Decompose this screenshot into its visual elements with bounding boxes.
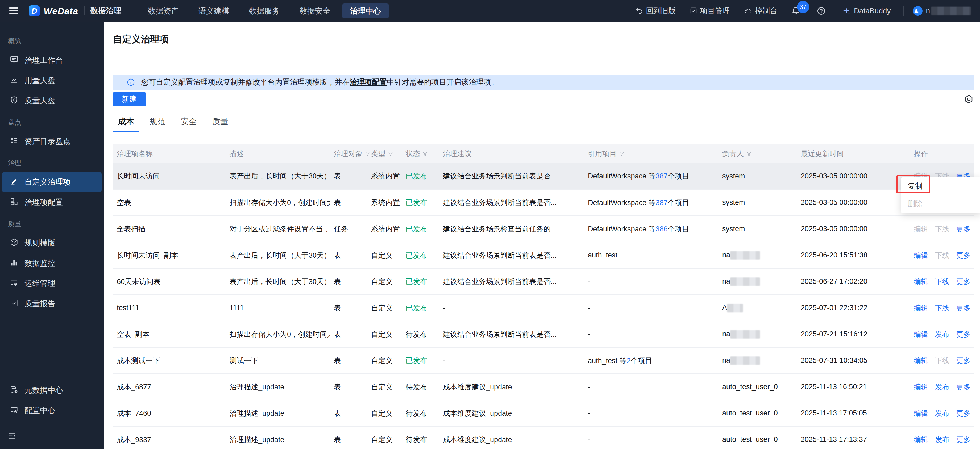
cell-updated: 2025-11-13 17:05:05: [797, 400, 910, 427]
notifications-button[interactable]: 37: [791, 6, 803, 16]
nav-item-2[interactable]: 数据服务: [241, 3, 288, 18]
action-发布[interactable]: 发布: [935, 330, 950, 338]
nav-item-4[interactable]: 治理中心: [342, 3, 389, 18]
action-编辑[interactable]: 编辑: [914, 383, 928, 391]
sidebar-item-元数据中心[interactable]: 元数据中心: [2, 381, 102, 401]
databuddy-button[interactable]: DataBuddy: [842, 6, 891, 16]
sidebar-item-资产目录盘点[interactable]: 资产目录盘点: [2, 131, 102, 151]
hamburger-menu-icon[interactable]: [9, 8, 18, 14]
tab-成本[interactable]: 成本: [113, 113, 139, 132]
cell-type: 自定义: [367, 295, 402, 321]
page-title: 自定义治理项: [113, 33, 974, 46]
new-button[interactable]: 新建: [113, 92, 146, 106]
main-content: 自定义治理项 您可自定义配置治理项或复制并修改平台内置治理项模版，并在治理项配置…: [104, 22, 980, 449]
filter-icon[interactable]: [420, 150, 428, 158]
sidebar-collapse-button[interactable]: [8, 431, 104, 441]
sparkle-icon: [842, 6, 851, 16]
action-编辑[interactable]: 编辑: [914, 278, 928, 286]
cell-status: 待发布: [402, 427, 439, 449]
cell-type: 自定义: [367, 321, 402, 347]
sidebar-item-自定义治理项[interactable]: 自定义治理项: [2, 172, 102, 192]
quality-shield-icon: [10, 96, 24, 107]
nav-item-0[interactable]: 数据资产: [140, 3, 187, 18]
sidebar-item-规则模版[interactable]: 规则模版: [2, 233, 102, 253]
cell-actions: 编辑下线更多: [910, 242, 974, 268]
sidebar-item-质量大盘[interactable]: 质量大盘: [2, 91, 102, 111]
catalog-list-icon: [10, 136, 24, 147]
ref-project-count[interactable]: 387: [656, 199, 668, 207]
cell-type: 自定义: [367, 427, 402, 449]
cell-ref-projects: -: [584, 374, 718, 400]
sidebar-sections: 概览治理工作台用量大盘质量大盘盘点资产目录盘点治理自定义治理项治理项配置质量规则…: [0, 30, 104, 314]
cell-name: 空表: [113, 189, 226, 216]
product-name: 数据治理: [91, 6, 121, 16]
action-更多[interactable]: 更多: [956, 357, 971, 365]
table-settings-button[interactable]: [964, 94, 974, 105]
console-button[interactable]: 控制台: [744, 6, 777, 16]
cell-ref-projects: auth_test: [584, 242, 718, 268]
cell-updated: 2025-07-31 10:34:05: [797, 347, 910, 374]
cell-advice: 建议结合业务场景判断当前表是否...: [439, 163, 584, 189]
action-更多[interactable]: 更多: [956, 278, 971, 286]
action-发布[interactable]: 发布: [935, 409, 950, 417]
action-发布[interactable]: 发布: [935, 436, 950, 444]
sidebar-item-治理项配置[interactable]: 治理项配置: [2, 192, 102, 213]
cell-actions: 编辑发布更多: [910, 321, 974, 347]
menu-item-copy[interactable]: 复制: [901, 177, 980, 195]
sidebar-item-治理工作台[interactable]: 治理工作台: [2, 50, 102, 70]
workbench-icon: [10, 55, 24, 66]
table-row-7: 成本测试一下测试一下表自定义已发布-auth_test 等2个项目na2025-…: [113, 347, 974, 374]
filter-icon[interactable]: [617, 150, 625, 158]
action-编辑[interactable]: 编辑: [914, 436, 928, 444]
action-更多[interactable]: 更多: [956, 409, 971, 417]
filter-icon[interactable]: [744, 150, 752, 158]
action-编辑[interactable]: 编辑: [914, 304, 928, 312]
sidebar-item-质量报告[interactable]: 质量报告: [2, 294, 102, 314]
action-更多[interactable]: 更多: [956, 436, 971, 444]
banner-config-link[interactable]: 治理项配置: [350, 77, 387, 87]
filter-icon[interactable]: [363, 150, 371, 158]
nav-item-3[interactable]: 数据安全: [291, 3, 338, 18]
column-header-4: 状态: [402, 144, 439, 163]
action-下线[interactable]: 下线: [935, 278, 950, 286]
sidebar-item-运维管理[interactable]: 运维管理: [2, 274, 102, 294]
action-更多[interactable]: 更多: [956, 225, 971, 233]
back-to-old-button[interactable]: 回到旧版: [635, 6, 676, 16]
action-下线[interactable]: 下线: [935, 304, 950, 312]
tab-安全[interactable]: 安全: [175, 113, 202, 132]
tab-规范[interactable]: 规范: [144, 113, 171, 132]
action-更多[interactable]: 更多: [956, 252, 971, 260]
action-下线: 下线: [935, 252, 950, 260]
action-编辑[interactable]: 编辑: [914, 252, 928, 260]
action-更多[interactable]: 更多: [956, 330, 971, 338]
action-编辑[interactable]: 编辑: [914, 330, 928, 338]
filter-icon[interactable]: [385, 150, 393, 158]
ref-project-count[interactable]: 386: [656, 225, 668, 233]
sidebar-item-配置中心[interactable]: 配置中心: [2, 401, 102, 421]
column-header-5: 治理建议: [439, 144, 584, 163]
nav-item-1[interactable]: 语义建模: [191, 3, 237, 18]
sidebar-section-label-1: 盘点: [0, 111, 104, 131]
action-更多[interactable]: 更多: [956, 304, 971, 312]
cell-name: 长时间未访问: [113, 163, 226, 189]
user-avatar[interactable]: [913, 6, 923, 16]
project-management-button[interactable]: 项目管理: [689, 6, 730, 16]
action-编辑[interactable]: 编辑: [914, 357, 928, 365]
help-button[interactable]: [817, 6, 828, 16]
action-编辑[interactable]: 编辑: [914, 409, 928, 417]
cell-description: 测试一下: [226, 347, 330, 374]
sidebar-item-用量大盘[interactable]: 用量大盘: [2, 70, 102, 91]
cell-status: 已发布: [402, 242, 439, 268]
person-icon: [913, 8, 920, 14]
undo-icon: [635, 7, 643, 15]
action-发布[interactable]: 发布: [935, 383, 950, 391]
cell-advice: 成本维度建议_update: [439, 400, 584, 427]
cell-status: 待发布: [402, 400, 439, 427]
ref-project-count[interactable]: 2: [627, 357, 631, 365]
action-更多[interactable]: 更多: [956, 383, 971, 391]
sidebar-item-数据监控[interactable]: 数据监控: [2, 253, 102, 274]
cell-owner: na: [718, 268, 797, 295]
tab-质量[interactable]: 质量: [207, 113, 234, 132]
ref-project-count[interactable]: 387: [656, 172, 668, 180]
cell-type: 自定义: [367, 242, 402, 268]
